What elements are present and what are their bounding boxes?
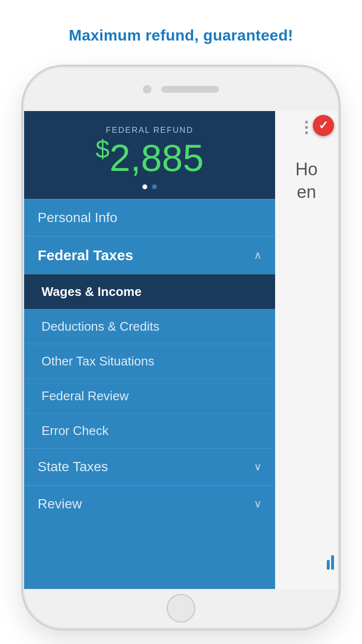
deductions-credits-label: Deductions & Credits (42, 319, 159, 334)
phone-shell: FEDERAL REFUND $2,885 Personal Info (24, 68, 338, 628)
home-button[interactable] (167, 594, 195, 623)
other-tax-situations-item[interactable]: Other Tax Situations (24, 344, 275, 378)
federal-taxes-chevron: ∧ (254, 249, 262, 262)
refund-amount: $2,885 (34, 139, 265, 177)
pagination-dots (34, 184, 265, 189)
review-label: Review (38, 496, 82, 512)
other-tax-situations-label: Other Tax Situations (42, 354, 154, 368)
review-section[interactable]: Review ∨ (24, 485, 275, 522)
state-taxes-chevron: ∨ (254, 461, 262, 473)
wages-income-label: Wages & Income (42, 284, 141, 299)
menu-dot-1 (305, 121, 308, 124)
wages-income-item[interactable]: Wages & Income (24, 274, 275, 309)
right-panel: ✓ Ho en (275, 111, 338, 589)
review-item[interactable]: Review ∨ (24, 486, 275, 522)
error-check-item[interactable]: Error Check (24, 413, 275, 448)
refund-value: 2,885 (110, 137, 204, 179)
federal-review-item[interactable]: Federal Review (24, 378, 275, 413)
refund-label: FEDERAL REFUND (34, 126, 265, 135)
right-panel-line1: Ho (291, 158, 322, 181)
vbar-1 (327, 560, 330, 570)
front-camera (143, 85, 152, 94)
checkmark-badge: ✓ (313, 115, 334, 136)
phone-top-bar (24, 68, 338, 111)
error-check-label: Error Check (42, 423, 109, 438)
review-chevron: ∨ (254, 498, 262, 510)
screen-content: FEDERAL REFUND $2,885 Personal Info (24, 111, 338, 589)
federal-review-label: Federal Review (42, 389, 129, 403)
federal-taxes-section[interactable]: Federal Taxes ∧ Wages & Income Deduction… (24, 236, 275, 448)
dot-2 (152, 184, 157, 189)
state-taxes-section[interactable]: State Taxes ∨ (24, 448, 275, 485)
three-dots-menu[interactable] (305, 121, 308, 134)
phone-speaker (161, 86, 219, 93)
tagline-container: Maximum refund, guaranteed! (0, 27, 362, 44)
right-panel-line2: en (291, 181, 322, 204)
dot-1 (142, 184, 147, 189)
vertical-bars-icon (327, 555, 334, 570)
right-panel-text: Ho en (291, 158, 322, 204)
left-nav-panel: FEDERAL REFUND $2,885 Personal Info (24, 111, 275, 589)
refund-banner: FEDERAL REFUND $2,885 (24, 111, 275, 199)
checkmark-icon: ✓ (319, 119, 328, 132)
phone-screen: FEDERAL REFUND $2,885 Personal Info (24, 111, 338, 589)
personal-info-label: Personal Info (38, 210, 117, 225)
tagline-text: Maximum refund, guaranteed! (69, 0, 293, 58)
menu-dot-2 (305, 126, 308, 129)
phone-bottom-bar (24, 589, 338, 628)
vbar-2 (331, 555, 334, 570)
deductions-credits-item[interactable]: Deductions & Credits (24, 309, 275, 344)
federal-taxes-item[interactable]: Federal Taxes ∧ (24, 237, 275, 274)
state-taxes-label: State Taxes (38, 459, 108, 475)
menu-dot-3 (305, 131, 308, 134)
state-taxes-item[interactable]: State Taxes ∨ (24, 448, 275, 485)
federal-taxes-label: Federal Taxes (38, 247, 133, 264)
personal-info-section[interactable]: Personal Info (24, 199, 275, 236)
personal-info-item[interactable]: Personal Info (24, 199, 275, 236)
refund-dollar-sign: $ (96, 135, 110, 163)
